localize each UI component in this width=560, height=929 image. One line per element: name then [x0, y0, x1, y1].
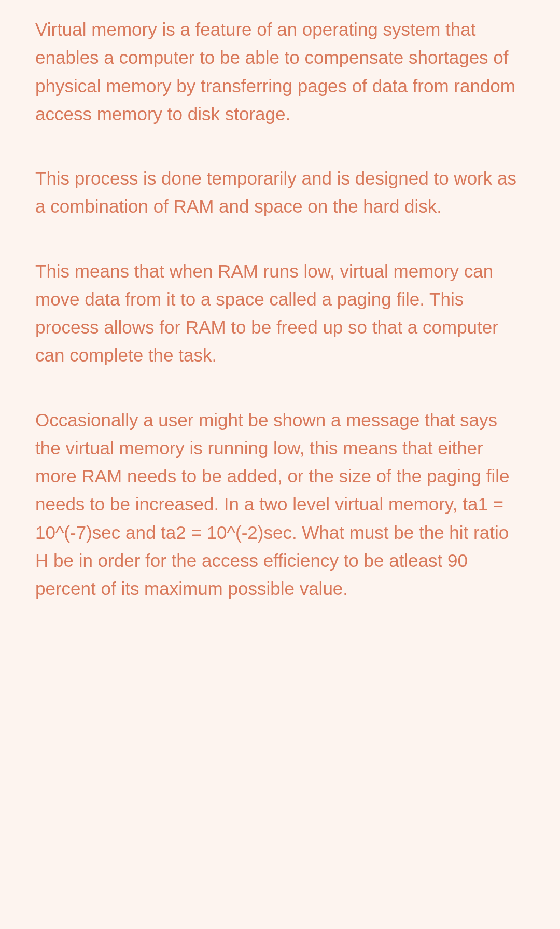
paragraph-2: This process is done temporarily and is … [35, 164, 525, 221]
paragraph-4: Occasionally a user might be shown a mes… [35, 406, 525, 603]
paragraph-3: This means that when RAM runs low, virtu… [35, 257, 525, 370]
paragraph-1: Virtual memory is a feature of an operat… [35, 16, 525, 128]
document-content: Virtual memory is a feature of an operat… [35, 16, 525, 603]
